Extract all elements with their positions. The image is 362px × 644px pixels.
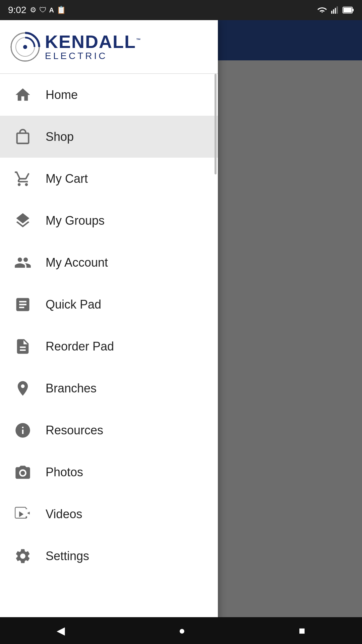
svg-rect-3 (337, 6, 338, 14)
status-time: 9:02 (8, 5, 26, 15)
groups-icon (12, 210, 34, 231)
signal-icon (330, 6, 339, 14)
logo-icon (10, 32, 40, 62)
a-status-icon: A (49, 6, 54, 14)
sidebar-item-videos[interactable]: Videos (0, 493, 218, 535)
sidebar-item-photos[interactable]: Photos (0, 451, 218, 493)
cart-icon (12, 168, 34, 190)
video-icon (12, 503, 34, 525)
svg-rect-2 (335, 8, 336, 14)
status-icons-left: ⚙ 🛡 A 📋 (30, 6, 66, 14)
logo-text: KENDALL™ ELECTRIC (45, 33, 141, 61)
camera-icon (12, 462, 34, 483)
sidebar-item-photos-label: Photos (46, 465, 83, 479)
back-button[interactable]: ◀ (43, 621, 78, 640)
info-icon (12, 420, 34, 441)
home-button[interactable]: ● (165, 621, 198, 640)
sidebar-item-quick-pad[interactable]: Quick Pad (0, 283, 218, 325)
drawer-header: KENDALL™ ELECTRIC (0, 20, 218, 74)
quick-pad-icon (12, 294, 34, 315)
location-icon (12, 378, 34, 399)
settings-status-icon: ⚙ (30, 6, 37, 14)
logo-container: KENDALL™ ELECTRIC (10, 32, 141, 62)
gear-icon (12, 545, 34, 567)
logo-tm: ™ (136, 37, 141, 43)
sidebar-item-my-groups[interactable]: My Groups (0, 200, 218, 241)
sidebar-item-home-label: Home (46, 88, 78, 102)
sidebar-item-quick-pad-label: Quick Pad (46, 298, 101, 312)
sidebar-item-my-groups-label: My Groups (46, 214, 105, 228)
sidebar-item-settings-label: Settings (46, 549, 89, 563)
sidebar-item-resources-label: Resources (46, 423, 103, 437)
nav-drawer: KENDALL™ ELECTRIC Home Shop (0, 20, 218, 644)
sidebar-item-settings[interactable]: Settings (0, 535, 218, 577)
sidebar-item-reorder-pad[interactable]: Reorder Pad (0, 325, 218, 367)
home-icon (12, 84, 34, 106)
shop-bag-icon (12, 126, 34, 148)
wifi-icon (317, 6, 327, 14)
drawer-dim[interactable] (218, 20, 362, 644)
bottom-nav: ◀ ● ■ (0, 617, 362, 644)
sidebar-item-my-account[interactable]: My Account (0, 241, 218, 283)
sidebar-item-shop-label: Shop (46, 130, 74, 144)
svg-rect-6 (352, 9, 354, 11)
svg-rect-0 (331, 11, 332, 14)
svg-rect-5 (344, 8, 352, 12)
drawer-overlay: KENDALL™ ELECTRIC Home Shop (0, 20, 362, 644)
sidebar-item-resources[interactable]: Resources (0, 409, 218, 451)
sidebar-item-branches[interactable]: Branches (0, 367, 218, 409)
scroll-indicator (215, 74, 217, 174)
clipboard-status-icon: 📋 (57, 6, 66, 14)
status-left: 9:02 ⚙ 🛡 A 📋 (8, 5, 66, 15)
sidebar-item-reorder-pad-label: Reorder Pad (46, 339, 114, 354)
sidebar-item-branches-label: Branches (46, 381, 97, 395)
sidebar-item-my-account-label: My Account (46, 256, 108, 270)
status-bar: 9:02 ⚙ 🛡 A 📋 (0, 0, 362, 20)
reorder-pad-icon (12, 336, 34, 357)
sidebar-item-my-cart-label: My Cart (46, 172, 88, 186)
sidebar-item-videos-label: Videos (46, 507, 82, 521)
battery-icon (343, 6, 354, 14)
svg-rect-1 (333, 9, 334, 14)
sidebar-item-shop[interactable]: Shop (0, 116, 218, 158)
account-icon (12, 252, 34, 273)
logo-brand: KENDALL™ (45, 33, 141, 51)
svg-point-9 (23, 45, 27, 49)
sidebar-item-home[interactable]: Home (0, 74, 218, 116)
drawer-menu: Home Shop My Cart (0, 74, 218, 644)
sidebar-item-my-cart[interactable]: My Cart (0, 158, 218, 200)
logo-sub: ELECTRIC (45, 51, 141, 61)
recent-button[interactable]: ■ (285, 621, 318, 640)
status-right (317, 6, 354, 14)
shield-status-icon: 🛡 (39, 6, 47, 14)
